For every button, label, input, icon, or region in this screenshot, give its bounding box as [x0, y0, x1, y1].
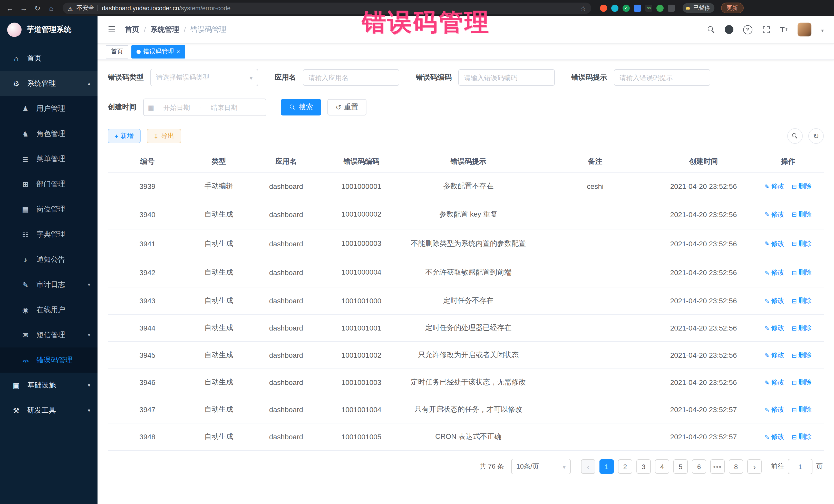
browser-home-icon[interactable]: ⌂	[47, 4, 56, 12]
sidebar-item[interactable]: 系统管理 ▴	[0, 71, 97, 96]
search-button[interactable]: 搜索	[281, 99, 321, 115]
update-button[interactable]: 更新	[721, 3, 743, 13]
error-code-input[interactable]	[458, 69, 555, 86]
error-type-select[interactable]: 请选择错误码类型	[150, 69, 258, 86]
cell-msg: 参数配置不存在	[401, 173, 536, 200]
extension-icon[interactable]: on	[645, 4, 652, 12]
fullscreen-icon[interactable]	[762, 25, 770, 34]
chevron-down-icon[interactable]	[821, 25, 824, 34]
bookmark-star-icon[interactable]	[580, 3, 586, 13]
add-button[interactable]: 新增	[108, 129, 140, 143]
page-number-button[interactable]: 2	[618, 459, 632, 474]
end-date-input[interactable]	[204, 103, 244, 112]
cell-code: 1001001004	[322, 396, 401, 423]
delete-link[interactable]: 删除	[792, 210, 812, 219]
app-name-input[interactable]	[303, 69, 399, 86]
toggle-search-button[interactable]	[787, 128, 803, 144]
extension-icon[interactable]	[634, 4, 641, 12]
sidebar-item[interactable]: 审计日志 ▾	[0, 272, 97, 297]
tag[interactable]: 首页 ×	[106, 45, 128, 58]
refresh-button[interactable]	[808, 128, 824, 144]
extension-icon[interactable]: ✓	[622, 4, 630, 12]
delete-link[interactable]: 删除	[792, 182, 812, 191]
page-number-button[interactable]: 5	[673, 459, 688, 474]
sidebar-item[interactable]: 用户管理	[0, 96, 97, 121]
security-label[interactable]: 不安全	[76, 4, 94, 12]
page-number-button[interactable]: •••	[710, 459, 725, 474]
edit-link[interactable]: 修改	[765, 296, 785, 305]
edit-link[interactable]: 修改	[765, 405, 785, 414]
menu-icon	[21, 230, 30, 238]
sidebar-item[interactable]: 通知公告	[0, 247, 97, 272]
forward-icon[interactable]: →	[19, 4, 28, 12]
edit-link[interactable]: 修改	[765, 239, 785, 248]
delete-link[interactable]: 删除	[792, 323, 812, 333]
page-number-button[interactable]: 4	[655, 459, 669, 474]
edit-link[interactable]: 修改	[765, 351, 785, 360]
app-logo[interactable]: 芋道管理系统	[0, 16, 97, 43]
edit-link[interactable]: 修改	[765, 378, 785, 387]
delete-link[interactable]: 删除	[792, 239, 812, 248]
puzzle-extension-icon[interactable]	[668, 4, 675, 12]
reload-icon[interactable]: ↻	[33, 4, 42, 12]
edit-link[interactable]: 修改	[765, 268, 785, 277]
extension-icon[interactable]	[656, 4, 664, 12]
avatar[interactable]	[797, 23, 811, 37]
delete-link[interactable]: 删除	[792, 268, 812, 277]
export-button[interactable]: 导出	[147, 129, 181, 143]
font-size-icon[interactable]	[780, 25, 788, 34]
prev-page-button[interactable]	[581, 459, 595, 474]
edit-link[interactable]: 修改	[765, 182, 785, 191]
delete-link[interactable]: 删除	[792, 351, 812, 360]
cell-type: 自动生成	[187, 229, 250, 258]
cell-remark: ceshi	[536, 173, 655, 200]
delete-link[interactable]: 删除	[792, 432, 812, 441]
page-number-button[interactable]: 1	[599, 459, 614, 474]
collapse-sidebar-icon[interactable]	[108, 24, 116, 35]
sidebar-item[interactable]: 菜单管理	[0, 146, 97, 171]
delete-link[interactable]: 删除	[792, 405, 812, 414]
delete-link[interactable]: 删除	[792, 296, 812, 305]
page-size-value: 10条/页	[516, 462, 539, 471]
sidebar-item[interactable]: 基础设施 ▾	[0, 373, 97, 398]
error-msg-input[interactable]	[614, 69, 710, 86]
edit-link[interactable]: 修改	[765, 432, 785, 441]
search-icon[interactable]	[707, 26, 715, 33]
github-icon[interactable]	[724, 25, 733, 34]
edit-link[interactable]: 修改	[765, 323, 785, 333]
goto-page-input[interactable]	[788, 459, 812, 474]
sidebar-item[interactable]: 岗位管理	[0, 197, 97, 222]
sidebar-item[interactable]: 错误码管理	[0, 348, 97, 373]
tag-close-icon[interactable]: ×	[177, 48, 180, 55]
paused-badge[interactable]: 已暂停	[683, 3, 714, 13]
date-range-picker[interactable]: -	[143, 98, 266, 116]
sidebar-item[interactable]: 在线用户	[0, 297, 97, 322]
delete-link[interactable]: 删除	[792, 378, 812, 387]
extension-icon[interactable]	[611, 4, 618, 12]
breadcrumb-item[interactable]: 首页	[125, 25, 139, 34]
tag[interactable]: 错误码管理 ×	[131, 45, 185, 58]
sidebar-item[interactable]: 字典管理	[0, 222, 97, 247]
sidebar-item[interactable]: 研发工具 ▾	[0, 398, 97, 423]
next-page-button[interactable]	[747, 459, 762, 474]
app-header: 首页 系统管理 错误码管理	[97, 16, 834, 44]
page-number-button[interactable]: 6	[692, 459, 706, 474]
edit-link[interactable]: 修改	[765, 210, 785, 219]
sidebar-item[interactable]: 部门管理	[0, 171, 97, 197]
extension-icon[interactable]	[600, 4, 607, 12]
reset-button[interactable]: 重置	[327, 99, 367, 115]
column-header: 操作	[752, 151, 824, 173]
page-size-select[interactable]: 10条/页	[511, 459, 571, 474]
address-bar[interactable]: 不安全 dashboard.yudao.iocoder.cn/system/er…	[63, 2, 591, 14]
sidebar: 芋道管理系统 首页 系统管理 ▴	[0, 16, 97, 504]
page-number-button[interactable]: 3	[636, 459, 651, 474]
sidebar-item[interactable]: 角色管理	[0, 121, 97, 146]
start-date-input[interactable]	[157, 103, 197, 112]
help-icon[interactable]	[743, 25, 752, 34]
sidebar-item[interactable]: 短信管理 ▾	[0, 322, 97, 348]
breadcrumb-item[interactable]: 系统管理	[150, 25, 179, 34]
page-number-button[interactable]: 8	[729, 459, 743, 474]
cell-msg: 定时任务的处理器已经存在	[401, 314, 536, 342]
back-icon[interactable]: ←	[5, 4, 14, 12]
sidebar-item[interactable]: 首页	[0, 46, 97, 71]
